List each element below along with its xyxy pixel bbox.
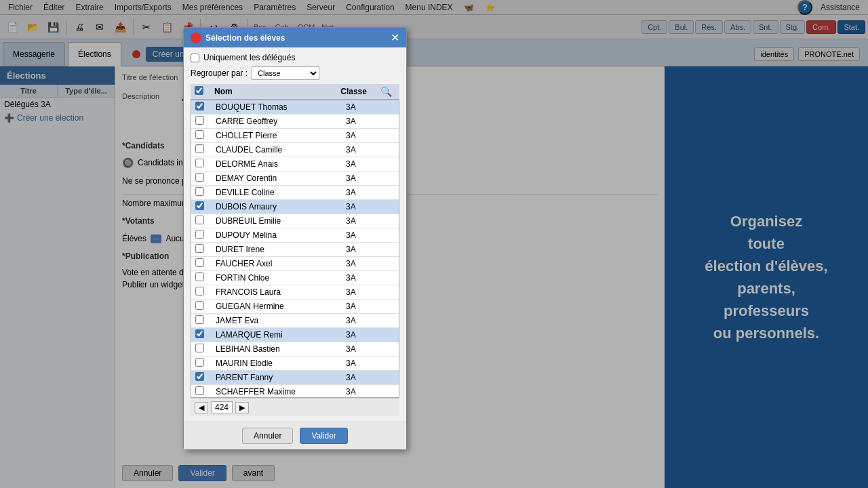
dialog-title-text: Sélection des élèves <box>205 33 285 43</box>
page-controls: ◀ 424 ▶ <box>191 398 399 416</box>
student-name-11: FAUCHER Axel <box>212 257 342 271</box>
student-name-9: DUPOUY Melina <box>212 228 342 243</box>
row-action-4 <box>382 157 399 171</box>
student-name-3: CLAUDEL Camille <box>212 143 342 157</box>
row-checkbox-8[interactable] <box>195 216 204 224</box>
dialog-logo <box>191 33 201 43</box>
group-by-select[interactable]: Classe Niveau Groupe <box>252 66 319 80</box>
group-by-row: Regrouper par : Classe Niveau Groupe <box>191 66 399 80</box>
dialog-validate-btn[interactable]: Valider <box>300 428 347 444</box>
table-row: SCHAEFFER Maxime 3A <box>191 385 399 399</box>
table-row: DUPOUY Melina 3A <box>191 228 399 243</box>
table-container[interactable]: BOUQUET Thomas 3A CARRE Geoffrey 3A CHOL… <box>191 100 399 398</box>
table-row: DEMAY Corentin 3A <box>191 171 399 186</box>
dialog-cancel-btn[interactable]: Annuler <box>242 428 293 444</box>
student-name-6: DEVILLE Coline <box>212 186 342 200</box>
student-class-9: 3A <box>342 228 382 243</box>
student-class-15: 3A <box>342 314 382 328</box>
row-action-6 <box>382 186 399 200</box>
dialog-footer: Annuler Valider <box>184 422 406 449</box>
student-name-2: CHOLLET Pierre <box>212 129 342 143</box>
table-row: DEVILLE Coline 3A <box>191 186 399 200</box>
student-class-17: 3A <box>342 342 382 357</box>
student-class-3: 3A <box>342 143 382 157</box>
student-class-7: 3A <box>342 200 382 214</box>
prev-page-btn[interactable]: ◀ <box>195 402 208 413</box>
student-class-4: 3A <box>342 157 382 171</box>
search-btn[interactable]: 🔍 <box>380 86 392 97</box>
row-checkbox-9[interactable] <box>195 230 204 239</box>
row-checkbox-5[interactable] <box>195 173 204 182</box>
row-action-2 <box>382 129 399 143</box>
table-row: DUBOIS Amaury 3A <box>191 200 399 214</box>
table-row: LAMARQUE Remi 3A <box>191 328 399 342</box>
student-name-19: PARENT Fanny <box>212 371 342 385</box>
row-action-0 <box>382 100 399 115</box>
student-class-5: 3A <box>342 171 382 186</box>
row-checkbox-15[interactable] <box>195 315 204 324</box>
row-checkbox-6[interactable] <box>195 187 204 196</box>
student-selection-dialog: Sélection des élèves ✕ Uniquement les dé… <box>183 27 407 450</box>
student-class-6: 3A <box>342 186 382 200</box>
table-row: FAUCHER Axel 3A <box>191 257 399 271</box>
row-action-11 <box>382 257 399 271</box>
student-name-10: DURET Irene <box>212 243 342 257</box>
student-name-14: GUEGAN Hermine <box>212 300 342 314</box>
student-name-16: LAMARQUE Remi <box>212 328 342 342</box>
table-row: MAURIN Elodie 3A <box>191 357 399 371</box>
row-action-18 <box>382 357 399 371</box>
student-class-20: 3A <box>342 385 382 399</box>
row-checkbox-14[interactable] <box>195 301 204 310</box>
row-checkbox-0[interactable] <box>195 102 204 110</box>
table-row: CARRE Geoffrey 3A <box>191 115 399 129</box>
student-class-0: 3A <box>342 100 382 115</box>
row-checkbox-19[interactable] <box>195 372 204 381</box>
row-action-10 <box>382 243 399 257</box>
row-checkbox-20[interactable] <box>195 386 204 395</box>
row-checkbox-13[interactable] <box>195 287 204 296</box>
modal-overlay <box>0 0 868 488</box>
student-class-8: 3A <box>342 214 382 228</box>
row-action-14 <box>382 300 399 314</box>
student-name-18: MAURIN Elodie <box>212 357 342 371</box>
row-checkbox-17[interactable] <box>195 344 204 352</box>
row-checkbox-18[interactable] <box>195 358 204 367</box>
row-action-1 <box>382 115 399 129</box>
student-name-12: FORTIN Chloe <box>212 271 342 285</box>
delegues-row: Uniquement les délégués <box>191 53 399 62</box>
row-checkbox-7[interactable] <box>195 201 204 210</box>
th-classe[interactable]: Classe <box>336 84 376 100</box>
th-nom[interactable]: Nom <box>210 84 336 100</box>
next-page-btn[interactable]: ▶ <box>235 402 249 413</box>
row-action-19 <box>382 371 399 385</box>
row-checkbox-3[interactable] <box>195 144 204 153</box>
delegues-checkbox[interactable] <box>191 54 199 62</box>
student-name-0: BOUQUET Thomas <box>212 100 342 115</box>
student-name-8: DUBREUIL Emilie <box>212 214 342 228</box>
student-name-15: JAMET Eva <box>212 314 342 328</box>
table-row: CLAUDEL Camille 3A <box>191 143 399 157</box>
row-checkbox-2[interactable] <box>195 130 204 139</box>
student-class-19: 3A <box>342 371 382 385</box>
student-class-14: 3A <box>342 300 382 314</box>
student-table-body: BOUQUET Thomas 3A CARRE Geoffrey 3A CHOL… <box>191 100 399 398</box>
row-checkbox-1[interactable] <box>195 116 204 125</box>
table-row: DELORME Anais 3A <box>191 157 399 171</box>
row-checkbox-4[interactable] <box>195 159 204 167</box>
student-table: Nom Classe 🔍 <box>191 84 399 100</box>
row-action-20 <box>382 385 399 399</box>
student-name-7: DUBOIS Amaury <box>212 200 342 214</box>
row-action-16 <box>382 328 399 342</box>
student-class-1: 3A <box>342 115 382 129</box>
row-checkbox-16[interactable] <box>195 329 204 338</box>
row-checkbox-10[interactable] <box>195 244 204 253</box>
row-checkbox-12[interactable] <box>195 272 204 281</box>
table-row: JAMET Eva 3A <box>191 314 399 328</box>
dialog-close-btn[interactable]: ✕ <box>391 31 399 44</box>
row-checkbox-11[interactable] <box>195 258 204 267</box>
table-row: FORTIN Chloe 3A <box>191 271 399 285</box>
page-number: 424 <box>211 401 233 413</box>
select-all-checkbox[interactable] <box>195 86 203 95</box>
table-row: PARENT Fanny 3A <box>191 371 399 385</box>
table-row: DUBREUIL Emilie 3A <box>191 214 399 228</box>
